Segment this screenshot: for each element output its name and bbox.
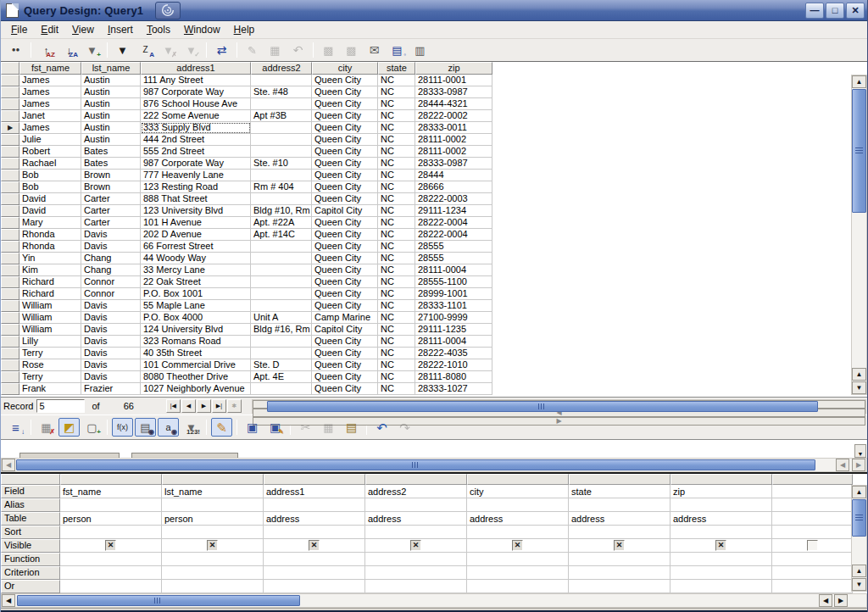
grid-cell[interactable]: 123 University Blvd [141, 205, 251, 217]
grid-cell[interactable]: 222 Some Avenue [141, 110, 251, 122]
grid-cell[interactable]: NC [378, 324, 415, 336]
row-header[interactable] [1, 86, 19, 98]
scroll-down-button[interactable]: ▼ [852, 381, 866, 394]
grid-cell[interactable]: 28555 [415, 253, 492, 264]
design-cell[interactable]: city [467, 485, 569, 498]
scroll-down-button[interactable]: ▼ [852, 578, 866, 591]
column-header-address2[interactable]: address2 [251, 62, 312, 75]
grid-cell[interactable]: Ste. #48 [251, 86, 312, 98]
design-cell[interactable] [772, 539, 853, 553]
row-header[interactable] [1, 348, 19, 359]
design-column-header-4[interactable] [365, 474, 467, 485]
row-header[interactable] [1, 158, 19, 170]
grid-cell[interactable]: NC [378, 336, 415, 348]
row-header[interactable] [1, 253, 19, 264]
grid-cell[interactable]: Apt. 4E [251, 371, 312, 383]
design-cell[interactable]: address [365, 512, 467, 526]
design-cell[interactable]: person [162, 512, 264, 526]
design-cell[interactable]: address [264, 512, 365, 526]
design-cell[interactable]: address2 [365, 485, 467, 498]
row-label-table[interactable]: Table [1, 512, 60, 526]
design-cell[interactable]: ✕ [670, 539, 772, 553]
menu-file[interactable]: File [4, 22, 34, 37]
row-label-visible[interactable]: Visible [1, 539, 60, 553]
grid-cell[interactable]: NC [378, 181, 415, 193]
grid-cell[interactable] [251, 98, 312, 110]
result-vertical-scrollbar[interactable]: ▲ ▲ ▼ [851, 75, 867, 395]
alias-names-button[interactable]: a◉ [158, 418, 179, 437]
grid-cell[interactable]: Queen City [312, 336, 378, 348]
grid-cell[interactable]: Connor [81, 276, 141, 288]
grid-cell[interactable]: 111 Any Street [141, 75, 251, 86]
data-source-of-document-button[interactable]: ▤◦ [387, 41, 408, 59]
scroll-up-button[interactable]: ▲ [852, 75, 866, 88]
grid-cell[interactable]: Queen City [312, 217, 378, 229]
grid-cell[interactable]: NC [378, 110, 415, 122]
grid-cell[interactable]: Chang [81, 264, 141, 276]
grid-cell[interactable]: 28222-0003 [415, 193, 492, 205]
grid-cell[interactable]: 28999-1001 [415, 288, 492, 300]
grid-cell[interactable]: Davis [81, 336, 141, 348]
grid-cell[interactable] [251, 241, 312, 253]
grid-cell[interactable] [251, 75, 312, 86]
grid-cell[interactable]: Queen City [312, 86, 378, 98]
paste-button[interactable]: ▤ [341, 418, 362, 437]
grid-cell[interactable]: P.O. Box 4000 [141, 312, 251, 324]
grid-cell[interactable]: Ste. #10 [251, 158, 312, 170]
grid-cell[interactable] [251, 336, 312, 348]
design-cell[interactable]: zip [670, 485, 772, 498]
grid-cell[interactable]: 28111-0002 [415, 134, 492, 146]
grid-cell[interactable]: 202 D Avenue [141, 229, 251, 241]
grid-cell[interactable]: Ste. D [251, 359, 312, 371]
design-column-header-1[interactable] [60, 474, 162, 485]
grid-cell[interactable]: NC [378, 348, 415, 359]
grid-cell[interactable]: 22 Oak Street [141, 276, 251, 288]
design-cell[interactable] [670, 526, 772, 539]
grid-cell[interactable]: 27100-9999 [415, 312, 492, 324]
grid-cell[interactable]: Queen City [312, 359, 378, 371]
scroll-up-button-bottom[interactable]: ▲ [852, 368, 866, 381]
grid-cell[interactable]: 28333-0987 [415, 86, 492, 98]
grid-cell[interactable]: Queen City [312, 110, 378, 122]
grid-cell[interactable]: 1027 Neighborly Avenue [141, 383, 251, 395]
design-cell[interactable]: ✕ [467, 539, 569, 553]
grid-cell[interactable]: 28111-0002 [415, 146, 492, 158]
maximize-button[interactable]: □ [826, 3, 844, 19]
row-header[interactable] [1, 75, 19, 86]
design-cell[interactable] [569, 553, 670, 566]
grid-cell[interactable]: 101 Commercial Drive [141, 359, 251, 371]
design-cell[interactable] [772, 566, 853, 580]
grid-cell[interactable]: 29111-1235 [415, 324, 492, 336]
next-record-button[interactable]: ▶ [197, 399, 211, 413]
design-cell[interactable] [264, 580, 365, 593]
design-cell[interactable] [264, 498, 365, 512]
grid-cell[interactable]: Apt. #22A [251, 217, 312, 229]
design-corner-cell[interactable] [1, 474, 60, 485]
grid-cell[interactable]: William [19, 312, 81, 324]
grid-cell[interactable] [251, 348, 312, 359]
grid-cell[interactable]: Apt. #14C [251, 229, 312, 241]
design-cell[interactable] [569, 566, 670, 580]
grid-cell[interactable]: 28444 [415, 170, 492, 181]
design-cell[interactable] [162, 566, 264, 580]
row-header[interactable] [1, 312, 19, 324]
grid-cell[interactable]: NC [378, 371, 415, 383]
design-cell[interactable] [467, 580, 569, 593]
grid-cell[interactable]: Davis [81, 371, 141, 383]
scroll-thumb[interactable] [267, 401, 818, 412]
design-cell[interactable] [467, 498, 569, 512]
grid-cell[interactable]: Rachael [19, 158, 81, 170]
menu-edit[interactable]: Edit [34, 22, 65, 37]
design-cell[interactable]: address1 [264, 485, 365, 498]
row-header[interactable] [1, 288, 19, 300]
grid-cell[interactable]: Brown [81, 170, 141, 181]
design-cell[interactable] [365, 566, 467, 580]
minimize-button[interactable]: — [805, 3, 824, 19]
design-cell[interactable]: person [60, 512, 162, 526]
row-header[interactable] [1, 324, 19, 336]
row-header[interactable] [1, 205, 19, 217]
design-cell[interactable] [670, 498, 772, 512]
grid-cell[interactable]: Queen City [312, 288, 378, 300]
last-record-button[interactable]: ▶| [212, 399, 226, 413]
design-column-header-8[interactable] [772, 474, 853, 485]
